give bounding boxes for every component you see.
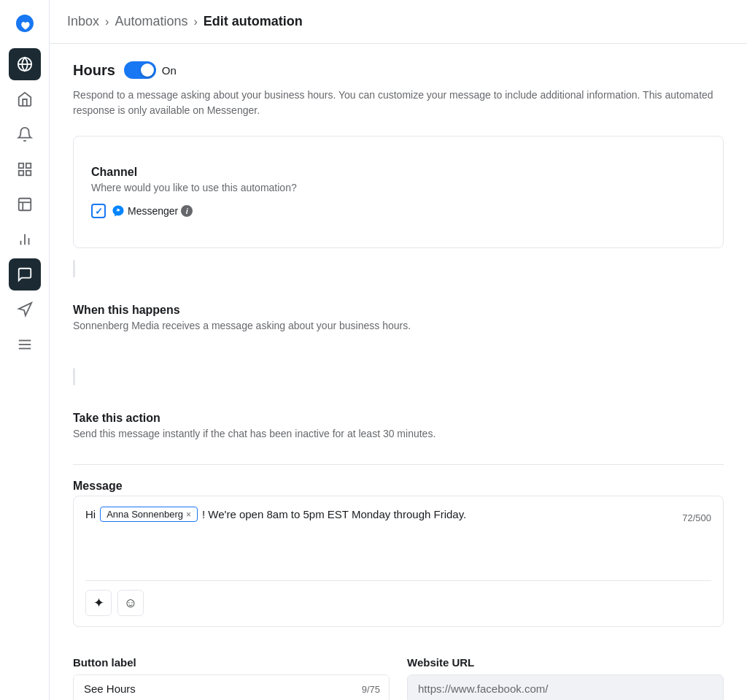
- when-title: When this happens: [73, 304, 724, 317]
- description: Respond to a message asking about your b…: [73, 88, 724, 118]
- message-toolbar: ✦ ☺: [85, 580, 711, 616]
- button-label-count: 9/75: [362, 683, 380, 694]
- messenger-checkbox[interactable]: ✓: [91, 204, 106, 218]
- message-hi: Hi: [85, 508, 96, 520]
- toggle-container: On: [124, 61, 177, 79]
- message-body: ! We're open 8am to 5pm EST Monday throu…: [202, 508, 466, 520]
- messenger-logo-icon: [112, 204, 125, 218]
- channel-subtitle: Where would you like to use this automat…: [91, 182, 705, 193]
- breadcrumb-sep-1: ›: [105, 15, 109, 28]
- message-content: Hi Anna Sonnenberg × ! We're open 8am to…: [85, 507, 682, 522]
- svg-rect-6: [18, 199, 31, 211]
- messenger-label: Messenger i: [112, 204, 193, 218]
- name-tag-close-icon[interactable]: ×: [186, 509, 191, 520]
- main-content: Inbox › Automations › Edit automation Ho…: [50, 0, 747, 700]
- breadcrumb-current: Edit automation: [204, 14, 303, 29]
- website-url-group: Website URL: [407, 656, 724, 700]
- svg-rect-3: [26, 164, 30, 168]
- message-box[interactable]: Hi Anna Sonnenberg × ! We're open 8am to…: [73, 496, 724, 627]
- message-title: Message: [73, 480, 724, 493]
- message-top-row: Hi Anna Sonnenberg × ! We're open 8am to…: [85, 507, 711, 523]
- sidebar-item-grid[interactable]: [9, 153, 41, 185]
- message-text-area: Hi Anna Sonnenberg × ! We're open 8am to…: [85, 507, 682, 522]
- hours-toggle[interactable]: [124, 61, 156, 79]
- website-url-title: Website URL: [407, 656, 724, 669]
- channel-title: Channel: [91, 166, 705, 179]
- channel-section: Channel Where would you like to use this…: [91, 151, 705, 233]
- when-subtitle: Sonnenberg Media receives a message aski…: [73, 320, 724, 331]
- bottom-fields: Button label 9/75 Remove button Website …: [73, 656, 724, 700]
- sidebar-item-globe[interactable]: [9, 48, 41, 80]
- action-subtitle: Send this message instantly if the chat …: [73, 428, 724, 439]
- name-tag[interactable]: Anna Sonnenberg ×: [100, 507, 198, 522]
- sidebar-item-home[interactable]: [9, 83, 41, 115]
- section-divider-2: [73, 368, 75, 385]
- toggle-slider: [124, 61, 156, 79]
- section-divider-1: [73, 260, 75, 277]
- sidebar-item-megaphone[interactable]: [9, 293, 41, 326]
- breadcrumb-automations[interactable]: Automations: [115, 14, 187, 29]
- sidebar-item-menu[interactable]: [9, 328, 41, 361]
- name-tag-text: Anna Sonnenberg: [107, 509, 183, 520]
- toggle-label: On: [162, 64, 177, 77]
- sidebar-item-chart[interactable]: [9, 223, 41, 255]
- checkmark-icon: ✓: [95, 206, 103, 217]
- page-content: Hours On Respond to a message asking abo…: [50, 44, 747, 700]
- emoji-button[interactable]: ☺: [117, 590, 144, 616]
- button-label-title: Button label: [73, 656, 390, 669]
- breadcrumb-sep-2: ›: [193, 15, 197, 28]
- action-title: Take this action: [73, 412, 724, 425]
- ai-assist-button[interactable]: ✦: [85, 590, 112, 616]
- sidebar-item-chat[interactable]: [9, 258, 41, 291]
- channel-option-messenger: ✓ Messenger i: [91, 204, 705, 218]
- website-url-input-container: [407, 674, 724, 700]
- sidebar-item-layout[interactable]: [9, 188, 41, 220]
- meta-logo: [10, 9, 39, 38]
- char-count: 72/500: [682, 512, 711, 523]
- action-section: Take this action Send this message insta…: [73, 397, 724, 464]
- when-section: When this happens Sonnenberg Media recei…: [73, 289, 724, 356]
- button-label-group: Button label 9/75 Remove button: [73, 656, 390, 700]
- hours-title: Hours: [73, 62, 115, 79]
- breadcrumb-inbox[interactable]: Inbox: [67, 14, 99, 29]
- sidebar: [0, 0, 50, 700]
- button-label-input[interactable]: [74, 675, 389, 700]
- info-icon[interactable]: i: [181, 205, 193, 217]
- sidebar-item-notifications[interactable]: [9, 118, 41, 150]
- website-url-input[interactable]: [408, 675, 723, 700]
- button-label-input-container: 9/75: [73, 674, 390, 700]
- svg-rect-2: [18, 164, 23, 168]
- hours-section: Hours On: [73, 61, 724, 79]
- svg-rect-4: [18, 171, 23, 175]
- breadcrumb: Inbox › Automations › Edit automation: [67, 14, 303, 29]
- messenger-text: Messenger: [128, 205, 178, 217]
- message-section: Message Hi Anna Sonnenberg × ! We're ope…: [73, 465, 724, 642]
- svg-rect-5: [26, 171, 30, 175]
- channel-card: Channel Where would you like to use this…: [73, 136, 724, 248]
- header: Inbox › Automations › Edit automation: [50, 0, 747, 44]
